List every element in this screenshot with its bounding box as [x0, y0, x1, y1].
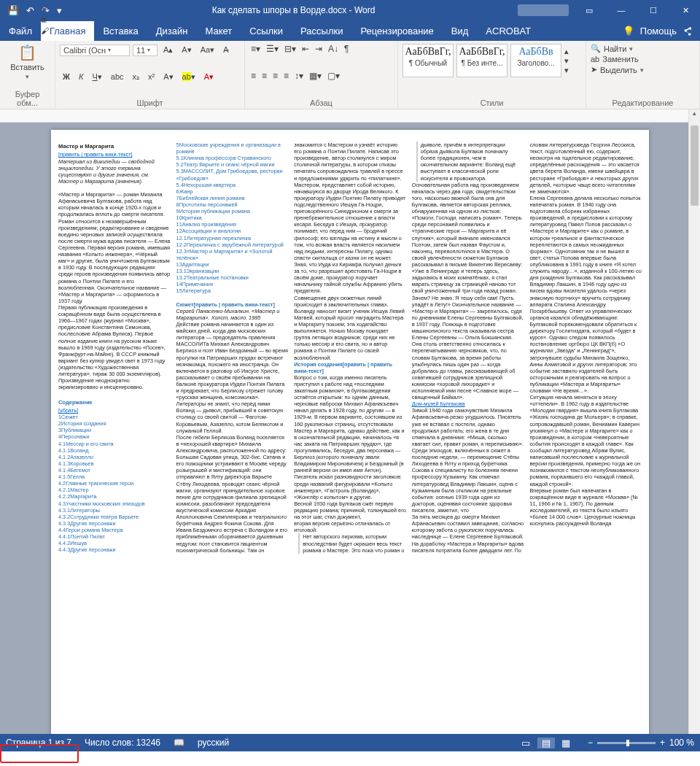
toc-item[interactable]: 4.4.3Другие персонажи — [58, 546, 171, 553]
status-words[interactable]: Число слов: 13246 — [85, 738, 160, 748]
web-layout-button[interactable]: ▦ — [557, 738, 575, 748]
decrease-indent-button[interactable]: ⇤ — [300, 44, 311, 54]
format-painter-button[interactable]: 🖌 — [41, 26, 49, 35]
toc-item[interactable]: 5Московские учреждения и организации в р… — [176, 142, 289, 155]
minimize-button[interactable]: — — [607, 6, 636, 15]
bullets-button[interactable]: ≡▾ — [249, 44, 262, 54]
toc-item[interactable]: 15Литература — [176, 287, 289, 294]
tab-file[interactable]: Файл — [0, 21, 41, 41]
tab-mailings[interactable]: Рассылки — [292, 21, 351, 41]
highlight-button[interactable]: ab▾ — [179, 71, 198, 83]
toc-item[interactable]: 13.2Театральные постановки — [176, 274, 289, 281]
toc-item[interactable]: 6Жанр — [176, 188, 289, 195]
toc-item[interactable]: 5.3МАССОЛИТ, Дом Грибоедова, ресторан «Г… — [176, 168, 289, 181]
numbering-button[interactable]: ☰▾ — [265, 44, 280, 54]
toc-item[interactable]: 4.3.1Литераторы — [58, 507, 171, 514]
toc-item[interactable]: 5.2Театр Варьете и сеанс чёрной магии — [176, 161, 289, 168]
replace-button[interactable]: abЗаменить — [591, 55, 695, 63]
zoom-level[interactable]: 100 % — [669, 738, 694, 748]
toc-item[interactable]: 4.4.2Иешуа — [58, 540, 171, 546]
scroll-up-button[interactable]: ▴ — [688, 109, 700, 123]
toc-item[interactable]: 14Примечания — [176, 281, 289, 287]
select-button[interactable]: ➤Выделить ▾ — [591, 65, 695, 74]
toc-item[interactable]: 4.2.2Маргарита — [58, 493, 171, 500]
close-button[interactable]: ✕ — [671, 6, 700, 15]
tab-design[interactable]: Дизайн — [147, 21, 197, 41]
find-button[interactable]: 🔍Найти ▾ — [591, 44, 695, 53]
font-size-select[interactable]: 11 — [133, 45, 158, 56]
line-spacing-button[interactable]: ↕▾ — [293, 71, 305, 81]
clear-formatting-button[interactable]: A̶ — [220, 44, 232, 56]
ribbon-opts-button[interactable]: ▭ — [575, 6, 604, 15]
save-button[interactable]: 💾 — [7, 5, 19, 16]
toc-item[interactable]: 4.2.1Мастер — [58, 487, 171, 493]
styles-down-button[interactable]: ▾ — [564, 56, 569, 66]
strike-button[interactable]: abc — [108, 71, 127, 82]
toc-item[interactable]: 4.1Мессир и его свита — [58, 441, 171, 447]
superscript-button[interactable]: x² — [145, 71, 158, 82]
toc-item[interactable]: 3Публикации — [58, 427, 171, 433]
print-layout-button[interactable]: ▤ — [537, 738, 555, 748]
tab-acrobat[interactable]: ACROBAT — [477, 21, 540, 41]
toc-item[interactable]: 5.1Клиника профессора Стравинского — [176, 155, 289, 161]
toc-item[interactable]: 4.1.3Коровьев — [58, 460, 171, 467]
toc-item[interactable]: 4.1.2Азазелло — [58, 454, 171, 460]
qat-more-button[interactable]: ▾ — [57, 5, 62, 16]
text-effects-button[interactable]: A▾ — [160, 71, 176, 83]
show-marks-button[interactable]: ¶ — [343, 44, 350, 54]
toc-item[interactable]: 4.2Главные трагические герои — [58, 480, 171, 487]
link[interactable]: Дом-музей Булгакова — [412, 401, 465, 407]
align-center-button[interactable]: ≡ — [260, 71, 268, 81]
zoom-in-button[interactable]: + — [660, 738, 665, 748]
subscript-button[interactable]: x₂ — [130, 71, 143, 83]
toc-item[interactable]: 13.1Экранизации — [176, 268, 289, 274]
cut-button[interactable]: ✂ — [41, 4, 49, 14]
tab-review[interactable]: Рецензирование — [351, 21, 442, 41]
toc-item[interactable]: 4.4.1Понтий Пилат — [58, 533, 171, 540]
sort-button[interactable]: A↓ — [327, 44, 340, 54]
tab-references[interactable]: Ссылки — [241, 21, 292, 41]
toc-item[interactable]: 9История публикации романа — [176, 208, 289, 214]
status-language[interactable]: русский — [198, 738, 229, 748]
copy-button[interactable]: ⧉ — [41, 15, 49, 25]
user-avatar[interactable] — [518, 4, 569, 16]
toc-item[interactable]: 12.2Перекличка с зарубежной литературой — [176, 241, 289, 248]
styles-more-button[interactable]: ▾ — [564, 66, 569, 75]
toc-item[interactable]: 12.3«Мастер и Маргарита» и «Золотой телё… — [176, 248, 289, 261]
link[interactable]: [править | править вики-текст] — [58, 151, 133, 158]
toc-item[interactable]: 12.1Литературная перекличка — [176, 235, 289, 241]
shrink-font-button[interactable]: A▾ — [179, 44, 194, 56]
read-mode-button[interactable]: ▭ — [517, 738, 534, 748]
toc-item[interactable]: 13Адаптации — [176, 261, 289, 268]
toc-item[interactable]: 4Персонажи — [58, 433, 171, 440]
style-no-spacing[interactable]: АаБбВвГг, ¶ Без инте... — [456, 44, 508, 77]
toc-item[interactable]: 2История создания — [58, 420, 171, 427]
toc-item[interactable]: 5.4Нехорошая квартира — [176, 182, 289, 188]
toc-item[interactable]: 4.1.5Гелла — [58, 473, 171, 480]
paste-button[interactable]: 📋 Вставить ▾ — [4, 44, 50, 80]
vertical-scrollbar[interactable] — [688, 123, 700, 734]
bold-button[interactable]: Ж — [60, 71, 73, 82]
font-color-button[interactable]: A▾ — [201, 71, 217, 83]
toc-item[interactable]: 4.3.3Другие персонажи — [58, 520, 171, 527]
toc-item[interactable]: 4.4Герои романа Мастера — [58, 527, 171, 533]
toc-item[interactable]: 4.1.1Воланд — [58, 447, 171, 454]
shading-button[interactable]: ▦▾ — [308, 71, 323, 81]
tell-me-button[interactable]: Помощь — [640, 26, 677, 36]
style-heading1[interactable]: АаБбВв Заголово... — [510, 44, 561, 77]
toc-item[interactable]: 7Библейская линия романа — [176, 195, 289, 201]
underline-button[interactable]: Ч▾ — [89, 71, 104, 83]
borders-button[interactable]: ▢▾ — [326, 71, 341, 81]
align-right-button[interactable]: ≡ — [271, 71, 279, 81]
styles-up-button[interactable]: ▴ — [564, 47, 569, 56]
change-case-button[interactable]: Aa▾ — [198, 44, 217, 56]
toc-item[interactable]: 1Сюжет — [58, 414, 171, 420]
justify-button[interactable]: ≡ — [282, 71, 290, 81]
style-normal[interactable]: АаБбВвГг, ¶ Обычный — [402, 44, 454, 77]
tab-view[interactable]: Вид — [443, 21, 478, 41]
proofing-icon[interactable]: 📖 — [174, 738, 184, 748]
tab-insert[interactable]: Вставка — [94, 21, 147, 41]
grow-font-button[interactable]: A▴ — [160, 44, 176, 56]
toc-item[interactable]: 10Критика — [176, 214, 289, 221]
zoom-slider[interactable] — [597, 742, 656, 744]
